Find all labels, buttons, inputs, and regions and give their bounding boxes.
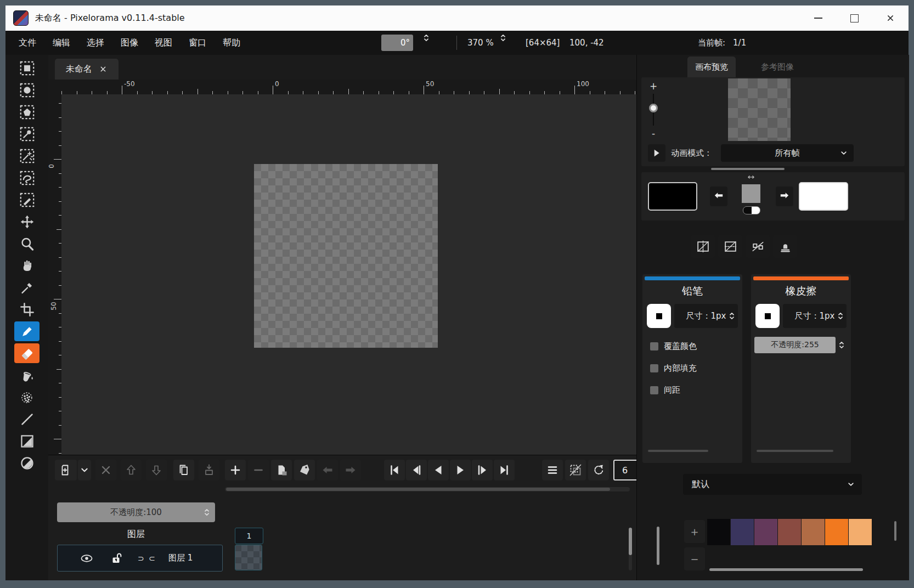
mirror-horizontal-button[interactable] — [691, 235, 715, 258]
next-frame-button[interactable] — [472, 460, 493, 480]
palette-swatch-3[interactable] — [778, 519, 801, 545]
layer-options-chevron[interactable] — [78, 460, 91, 480]
tab-close-icon[interactable] — [99, 65, 108, 74]
clone-layer-button[interactable] — [173, 460, 194, 480]
tool-magic-wand[interactable] — [14, 146, 40, 166]
first-frame-button[interactable] — [384, 460, 405, 480]
tool-bucket[interactable] — [14, 365, 40, 385]
loop-playback-button[interactable] — [588, 460, 609, 480]
add-frame-button[interactable] — [225, 460, 246, 480]
move-layer-up-button[interactable] — [121, 460, 142, 480]
canvas-transparent-checker[interactable] — [254, 164, 438, 348]
cel-thumbnail[interactable] — [235, 545, 262, 570]
merge-layer-down-button[interactable] — [199, 460, 219, 480]
pencil-size-spinbox[interactable]: 尺寸：1px — [674, 304, 738, 328]
preview-zoom-slider-knob[interactable] — [649, 104, 658, 112]
frame-tag-button[interactable] — [294, 460, 315, 480]
palette-swatch-6[interactable] — [849, 519, 872, 545]
tool-eraser[interactable] — [14, 343, 40, 363]
left-color-arrow-button[interactable] — [710, 186, 727, 206]
checkbox-icon[interactable] — [650, 386, 658, 394]
pencil-panel-scrollbar[interactable] — [648, 450, 708, 452]
palette-swatch-2[interactable] — [754, 519, 777, 545]
tool-ellipse[interactable] — [14, 453, 40, 473]
move-frame-right-button[interactable] — [340, 460, 361, 480]
document-tab[interactable]: 未命名 — [55, 59, 119, 80]
minimize-button[interactable] — [800, 5, 836, 31]
zoom-spinner[interactable] — [498, 31, 508, 45]
palette-swatch-0[interactable] — [707, 519, 730, 545]
eraser-size-spinbox[interactable]: 尺寸：1px — [783, 304, 847, 328]
last-frame-button[interactable] — [494, 460, 515, 480]
remove-color-button[interactable]: − — [684, 547, 705, 570]
tool-color-picker[interactable] — [14, 278, 40, 297]
tab-canvas-preview[interactable]: 画布预览 — [687, 56, 736, 77]
right-color-arrow-button[interactable] — [776, 186, 793, 206]
layer-opacity-spinner[interactable] — [202, 505, 212, 519]
timeline-vscroll-thumb[interactable] — [629, 528, 632, 555]
average-color-square[interactable] — [742, 184, 760, 203]
timeline-horizontal-scrollbar[interactable] — [225, 487, 630, 491]
palette-select-dropdown[interactable]: 默认 — [683, 474, 862, 495]
left-color-swatch[interactable] — [648, 182, 697, 211]
palette-swatch-5[interactable] — [825, 519, 848, 545]
tool-line[interactable] — [14, 409, 40, 429]
rotation-spinner[interactable] — [421, 31, 431, 45]
tool-move[interactable] — [14, 212, 40, 231]
rotation-input[interactable]: 0° — [381, 35, 413, 51]
eraser-opacity-spinner[interactable] — [837, 338, 847, 352]
tool-rectangle-select[interactable] — [14, 58, 40, 78]
horizontal-ruler[interactable]: -50050100 — [48, 80, 636, 95]
menu-item-1[interactable]: 编辑 — [53, 37, 70, 49]
layer-visibility-icon[interactable] — [80, 551, 94, 566]
right-color-swatch[interactable] — [799, 182, 848, 211]
frame-number-button[interactable]: 1 — [235, 528, 263, 544]
preview-zoom-out[interactable]: - — [649, 128, 658, 139]
menu-item-3[interactable]: 图像 — [121, 37, 138, 49]
checkbox-icon[interactable] — [650, 342, 658, 350]
delete-layer-button[interactable] — [95, 460, 116, 480]
checkbox-icon[interactable] — [650, 364, 658, 372]
color-toggle-pill[interactable] — [743, 206, 760, 214]
fps-spinbox[interactable]: 6 — [613, 460, 636, 480]
tool-zoom[interactable] — [14, 234, 40, 253]
panel-resize-handle[interactable] — [711, 168, 785, 170]
animation-mode-dropdown[interactable]: 所有帧 — [721, 144, 854, 162]
tool-crop[interactable] — [14, 299, 40, 319]
tool-panel-scrollbar[interactable] — [657, 527, 659, 565]
preview-play-button[interactable] — [648, 144, 665, 162]
tool-ellipse-select[interactable] — [14, 80, 40, 100]
move-frame-left-button[interactable] — [317, 460, 338, 480]
menu-item-6[interactable]: 帮助 — [223, 37, 240, 49]
play-button[interactable] — [450, 460, 471, 480]
pencil-option-0[interactable]: 覆盖颜色 — [650, 341, 697, 352]
dynamics-button[interactable] — [773, 235, 797, 258]
pixel-perfect-button[interactable] — [746, 235, 770, 258]
eraser-size-spinner[interactable] — [836, 309, 845, 323]
tool-paint-select[interactable] — [14, 190, 40, 210]
pencil-option-2[interactable]: 间距 — [650, 385, 680, 395]
menu-item-5[interactable]: 窗口 — [189, 37, 206, 49]
palette-horizontal-scrollbar[interactable] — [709, 568, 863, 571]
tool-rectangle[interactable] — [14, 431, 40, 451]
canvas-viewport[interactable] — [61, 94, 636, 455]
pencil-size-spinner[interactable] — [727, 309, 737, 323]
eraser-opacity-slider[interactable]: 不透明度:255 — [754, 337, 836, 353]
tool-pan[interactable] — [14, 256, 40, 275]
pencil-brush-button[interactable] — [647, 304, 671, 328]
timeline-hscroll-thumb[interactable] — [226, 488, 610, 491]
move-layer-down-button[interactable] — [146, 460, 167, 480]
onion-skin-toggle-button[interactable] — [565, 460, 586, 480]
tool-pencil[interactable] — [14, 321, 40, 341]
palette-vertical-scrollbar[interactable] — [894, 521, 896, 541]
tool-shading[interactable] — [14, 387, 40, 407]
tool-select-by-color[interactable] — [14, 124, 40, 144]
eraser-brush-button[interactable] — [755, 304, 780, 328]
close-button[interactable] — [872, 5, 909, 31]
add-color-button[interactable]: + — [684, 520, 705, 543]
edit-palette-button[interactable] — [863, 475, 882, 494]
add-layer-button[interactable] — [55, 460, 77, 480]
tool-lasso[interactable] — [14, 168, 40, 188]
mirror-vertical-button[interactable] — [718, 235, 742, 258]
vertical-ruler[interactable]: 050 — [48, 94, 62, 455]
